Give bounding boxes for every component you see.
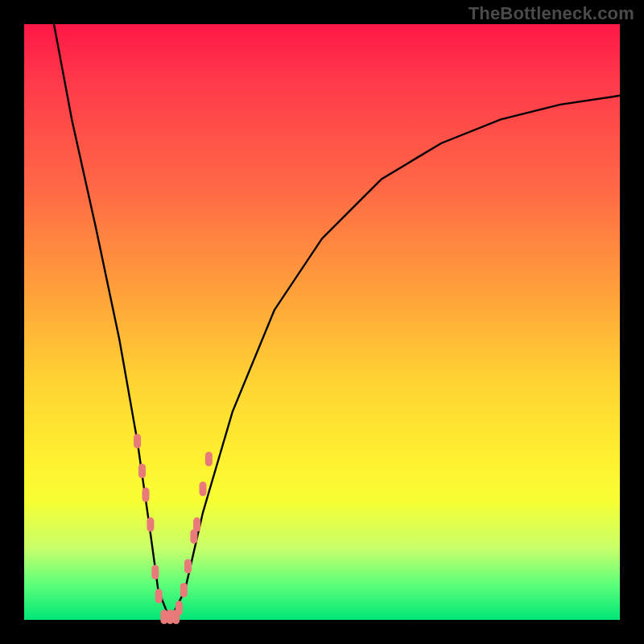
curve-marker	[138, 464, 146, 478]
watermark-text: TheBottleneck.com	[469, 3, 634, 24]
curve-marker	[205, 452, 213, 466]
plot-area	[24, 24, 620, 620]
curve-svg	[24, 24, 620, 620]
bottleneck-curve	[54, 24, 620, 620]
curve-marker	[200, 481, 207, 496]
curve-marker	[134, 434, 141, 448]
curve-marker	[147, 518, 154, 532]
curve-marker	[184, 559, 192, 573]
curve-markers	[134, 434, 213, 624]
chart-frame: TheBottleneck.com	[0, 0, 644, 644]
curve-marker	[142, 488, 150, 502]
curve-marker	[175, 601, 183, 615]
curve-marker	[155, 588, 163, 603]
curve-marker	[151, 565, 159, 580]
curve-marker	[193, 518, 200, 532]
curve-marker	[180, 583, 188, 597]
